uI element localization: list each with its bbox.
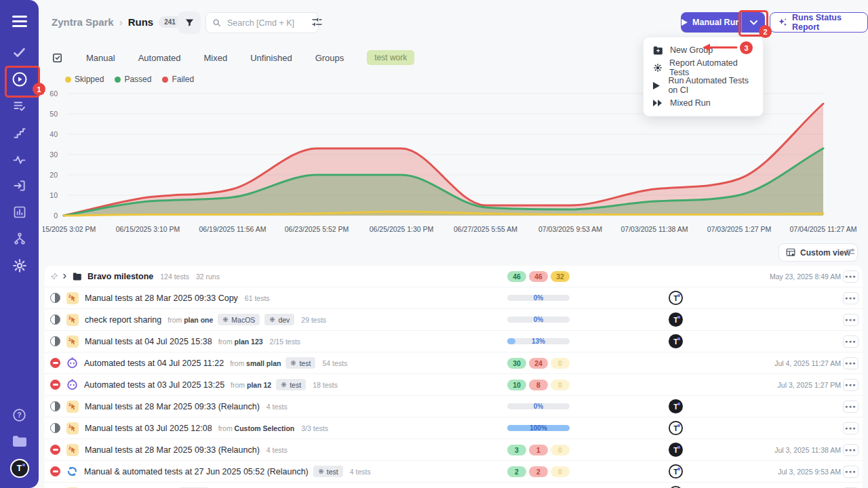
- result-badges: 10 8 0: [507, 380, 570, 390]
- run-title[interactable]: Manual tests at 28 Mar 2025 09:33 (Relau…: [85, 445, 260, 455]
- run-row[interactable]: Manual tests at 28 Mar 2025 09:33 (Relau…: [45, 395, 863, 417]
- breadcrumb-separator-icon: ›: [119, 16, 123, 28]
- run-title[interactable]: Manual tests at 03 Jul 2025 12:08: [85, 424, 212, 433]
- assignee-avatar[interactable]: T: [669, 399, 683, 413]
- x-axis-tick: 07/03/2025 11:38 AM: [610, 225, 698, 233]
- display-settings-icon[interactable]: [311, 16, 323, 30]
- play-icon: [682, 19, 688, 26]
- settings-gear-icon[interactable]: [0, 256, 39, 275]
- search-input[interactable]: [226, 18, 303, 28]
- chevron-down-icon: [750, 20, 757, 25]
- filter-button[interactable]: [178, 12, 201, 34]
- run-row[interactable]: Manual tests at 28 Mar 2025 09:33 Copy 6…: [45, 287, 863, 308]
- status-aborted-icon: [50, 445, 60, 455]
- manual-run-icon: [66, 422, 79, 434]
- traceability-branch-icon[interactable]: [0, 229, 39, 248]
- select-all-icon[interactable]: [52, 52, 63, 64]
- x-axis-tick: 06/19/2025 11:56 AM: [189, 225, 277, 233]
- run-title[interactable]: Manual tests at 28 Mar 2025 09:33 (Relau…: [85, 402, 260, 411]
- tab-groups[interactable]: Groups: [315, 53, 344, 63]
- status-aborted-icon: [50, 466, 60, 476]
- run-tests-count: 4 tests: [350, 468, 371, 476]
- projects-folder-icon[interactable]: [0, 432, 39, 451]
- legend-dot-skipped: [65, 77, 71, 83]
- progress-bar: 0%: [507, 293, 570, 303]
- test-plans-list-icon[interactable]: [0, 96, 39, 115]
- progress-percent: 0%: [507, 402, 570, 411]
- run-title[interactable]: Manual tests at 04 Jul 2025 15:38: [85, 337, 212, 346]
- run-title[interactable]: Manual tests at 28 Mar 2025 09:33 Copy: [85, 293, 238, 303]
- group-folder-icon: [73, 272, 82, 281]
- import-arrow-icon[interactable]: [0, 176, 39, 195]
- row-actions-button[interactable]: ●●●: [843, 270, 859, 283]
- assignee-avatar[interactable]: T: [669, 421, 683, 435]
- tab-unfinished[interactable]: Unfinished: [250, 53, 292, 63]
- row-actions-button[interactable]: ●●●: [843, 401, 859, 413]
- run-title[interactable]: Manual & automated tests at 27 Jun 2025 …: [84, 467, 309, 476]
- manual-run-icon: [66, 444, 79, 456]
- run-row[interactable]: Manual tests at 04 Jul 2025 15:38 from p…: [45, 330, 863, 352]
- x-axis-tick: 06/23/2025 5:52 PM: [273, 225, 361, 233]
- header: Zyntra Spark › Runs 241 Manual Run: [39, 0, 868, 41]
- manual-run-button[interactable]: Manual Run: [681, 12, 741, 33]
- tab-manual[interactable]: Manual: [86, 53, 115, 63]
- tests-check-icon[interactable]: [0, 43, 39, 62]
- failed-count-badge: 46: [529, 271, 548, 282]
- breadcrumb-project[interactable]: Zyntra Spark: [52, 16, 114, 28]
- legend-dot-passed: [115, 77, 121, 83]
- tab-test-work[interactable]: test work: [367, 50, 414, 65]
- run-row[interactable]: Manual & automated tests at 27 Jun 2025 …: [45, 460, 863, 482]
- row-actions-button[interactable]: ●●●: [843, 444, 859, 456]
- reports-bar-chart-icon[interactable]: [0, 203, 39, 222]
- menu-item-new-group[interactable]: New Group: [644, 41, 763, 59]
- failed-count-badge: 8: [529, 380, 548, 390]
- custom-view-label: Custom view: [800, 248, 850, 258]
- x-axis-tick: 06/15/2025 3:10 PM: [104, 225, 192, 233]
- run-title[interactable]: Automated tests at 04 Jul 2025 11:22: [84, 359, 224, 368]
- run-row[interactable]: Automated tests at 03 Jul 2025 13:25 fro…: [45, 373, 863, 395]
- assignee-avatar[interactable]: T: [669, 464, 683, 479]
- group-row-bravo-milestone[interactable]: Bravo milestone 124 tests 32 runs 46 46 …: [45, 266, 863, 287]
- group-title[interactable]: Bravo milestone: [87, 272, 153, 281]
- status-aborted-icon: [50, 358, 60, 368]
- automated-run-icon: [66, 357, 78, 369]
- runs-status-report-button[interactable]: Runs Status Report: [770, 12, 868, 33]
- run-row[interactable]: Automated tests at 04 Jul 2025 11:22 fro…: [45, 352, 863, 373]
- assignee-avatar[interactable]: T: [669, 443, 683, 457]
- columns-settings-icon[interactable]: [845, 247, 856, 260]
- group-date: May 23, 2025 8:49 AM: [770, 272, 841, 281]
- row-actions-button[interactable]: ●●●: [843, 336, 859, 348]
- row-actions-button[interactable]: ●●●: [843, 314, 859, 326]
- mixed-run-icon: [66, 466, 78, 477]
- row-actions-button[interactable]: ●●●: [843, 357, 859, 369]
- help-icon[interactable]: ?: [0, 405, 39, 424]
- row-actions-button[interactable]: ●●●: [843, 292, 859, 304]
- menu-item-run-automated-tests-ci[interactable]: Run Automated Tests on CI: [644, 77, 763, 94]
- manual-run-icon: [66, 292, 79, 304]
- runs-play-circle-icon[interactable]: [0, 70, 39, 89]
- row-actions-button[interactable]: ●●●: [843, 379, 859, 391]
- run-title[interactable]: check report sharing: [85, 315, 161, 325]
- assignee-avatar[interactable]: T: [669, 312, 683, 327]
- manual-run-dropdown-toggle[interactable]: [741, 12, 765, 33]
- assignee-avatar[interactable]: T: [669, 291, 683, 305]
- expand-chevron-icon[interactable]: [62, 272, 68, 280]
- menu-item-report-automated-tests[interactable]: Report Automated Tests: [644, 59, 763, 77]
- user-avatar[interactable]: T: [0, 459, 39, 478]
- run-row[interactable]: Manual tests at 28 Mar 2025 09:33 (Relau…: [45, 439, 863, 460]
- milestones-steps-icon[interactable]: [0, 123, 39, 142]
- run-row[interactable]: Mixed origin (Relaunch) test 5/8 tests 6…: [45, 482, 863, 488]
- search-box[interactable]: [205, 12, 319, 33]
- row-actions-button[interactable]: ●●●: [843, 466, 859, 478]
- run-row[interactable]: check report sharing from plan one MacOS…: [45, 308, 863, 330]
- hamburger-menu-icon[interactable]: [0, 12, 39, 31]
- assignee-avatar[interactable]: T: [669, 334, 683, 348]
- menu-item-mixed-run[interactable]: Mixed Run: [644, 94, 763, 112]
- activity-pulse-icon[interactable]: [0, 150, 39, 169]
- tab-automated[interactable]: Automated: [138, 53, 181, 63]
- table-view-icon: [786, 248, 795, 257]
- run-row[interactable]: Manual tests at 03 Jul 2025 12:08 from C…: [45, 417, 863, 439]
- tab-mixed[interactable]: Mixed: [204, 53, 228, 63]
- row-actions-button[interactable]: ●●●: [843, 422, 859, 434]
- run-title[interactable]: Automated tests at 03 Jul 2025 13:25: [84, 380, 224, 390]
